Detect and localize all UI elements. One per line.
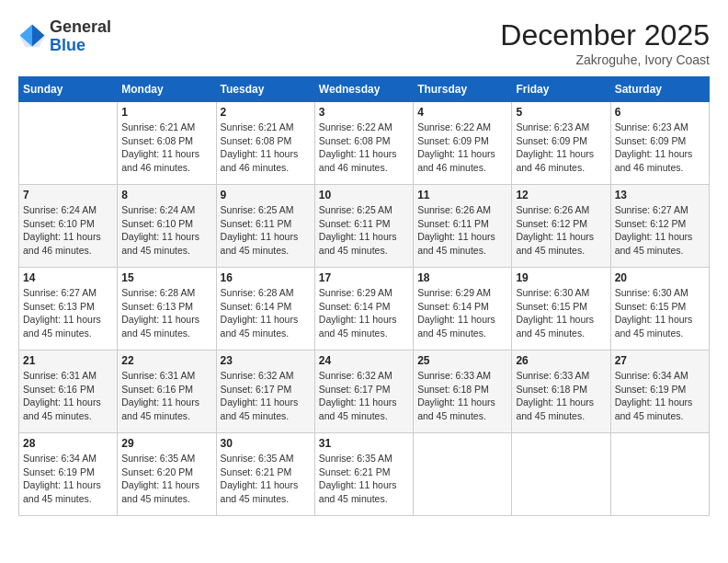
day-number: 1 [121,106,211,119]
day-info: Sunrise: 6:34 AMSunset: 6:19 PMDaylight:… [615,369,705,423]
day-number: 28 [23,437,113,450]
day-number: 11 [417,189,507,201]
calendar-cell: 10Sunrise: 6:25 AMSunset: 6:11 PMDayligh… [314,185,413,268]
day-number: 22 [121,354,211,367]
calendar-week-row: 14Sunrise: 6:27 AMSunset: 6:13 PMDayligh… [19,268,710,350]
day-number: 12 [516,189,606,201]
calendar-cell: 16Sunrise: 6:28 AMSunset: 6:14 PMDayligh… [216,268,314,350]
calendar-cell [512,433,610,516]
calendar-cell: 26Sunrise: 6:33 AMSunset: 6:18 PMDayligh… [512,350,610,433]
title-block: December 2025 Zakroguhe, Ivory Coast [500,18,710,67]
day-info: Sunrise: 6:21 AMSunset: 6:08 PMDaylight:… [221,121,311,175]
day-number: 21 [23,354,113,367]
calendar-cell: 30Sunrise: 6:35 AMSunset: 6:21 PMDayligh… [216,433,314,516]
day-info: Sunrise: 6:23 AMSunset: 6:09 PMDaylight:… [615,121,705,175]
page-header: General Blue December 2025 Zakroguhe, Iv… [18,18,710,67]
day-info: Sunrise: 6:28 AMSunset: 6:13 PMDaylight:… [121,286,211,340]
logo-text: General Blue [50,18,111,55]
header-monday: Monday [118,77,216,102]
calendar-cell: 1Sunrise: 6:21 AMSunset: 6:08 PMDaylight… [118,102,216,185]
logo-blue: Blue [50,37,111,55]
day-info: Sunrise: 6:32 AMSunset: 6:17 PMDaylight:… [221,369,311,423]
header-sunday: Sunday [19,77,118,102]
day-number: 20 [615,271,705,284]
header-friday: Friday [512,77,610,102]
calendar-cell [19,102,118,185]
day-number: 25 [417,354,507,367]
day-number: 16 [221,271,311,284]
day-info: Sunrise: 6:34 AMSunset: 6:19 PMDaylight:… [23,452,113,506]
location-subtitle: Zakroguhe, Ivory Coast [500,52,710,67]
day-number: 31 [319,437,409,450]
calendar-cell [414,433,512,516]
day-info: Sunrise: 6:35 AMSunset: 6:21 PMDaylight:… [221,452,311,506]
day-number: 23 [221,354,311,367]
calendar-cell: 7Sunrise: 6:24 AMSunset: 6:10 PMDaylight… [19,185,118,268]
calendar-week-row: 7Sunrise: 6:24 AMSunset: 6:10 PMDaylight… [19,185,710,268]
calendar-cell: 5Sunrise: 6:23 AMSunset: 6:09 PMDaylight… [512,102,610,185]
day-info: Sunrise: 6:22 AMSunset: 6:08 PMDaylight:… [319,121,409,175]
calendar-header-row: SundayMondayTuesdayWednesdayThursdayFrid… [19,77,710,102]
calendar-cell: 25Sunrise: 6:33 AMSunset: 6:18 PMDayligh… [414,350,512,433]
calendar-cell: 6Sunrise: 6:23 AMSunset: 6:09 PMDaylight… [610,102,709,185]
day-info: Sunrise: 6:27 AMSunset: 6:12 PMDaylight:… [615,203,705,258]
calendar-cell: 20Sunrise: 6:30 AMSunset: 6:15 PMDayligh… [610,268,709,350]
day-info: Sunrise: 6:24 AMSunset: 6:10 PMDaylight:… [121,203,211,258]
calendar-week-row: 21Sunrise: 6:31 AMSunset: 6:16 PMDayligh… [19,350,710,433]
header-tuesday: Tuesday [216,77,314,102]
day-number: 14 [23,271,113,284]
calendar-cell [610,433,709,516]
day-info: Sunrise: 6:26 AMSunset: 6:11 PMDaylight:… [417,203,507,258]
day-number: 27 [615,354,705,367]
calendar-table: SundayMondayTuesdayWednesdayThursdayFrid… [18,76,710,516]
calendar-cell: 19Sunrise: 6:30 AMSunset: 6:15 PMDayligh… [512,268,610,350]
day-info: Sunrise: 6:30 AMSunset: 6:15 PMDaylight:… [615,286,705,340]
day-number: 5 [516,106,606,119]
day-info: Sunrise: 6:25 AMSunset: 6:11 PMDaylight:… [221,203,311,258]
day-info: Sunrise: 6:22 AMSunset: 6:09 PMDaylight:… [417,121,507,175]
calendar-cell: 8Sunrise: 6:24 AMSunset: 6:10 PMDaylight… [118,185,216,268]
calendar-cell: 21Sunrise: 6:31 AMSunset: 6:16 PMDayligh… [19,350,118,433]
day-number: 30 [221,437,311,450]
day-info: Sunrise: 6:29 AMSunset: 6:14 PMDaylight:… [417,286,507,340]
day-number: 9 [221,189,311,201]
calendar-cell: 12Sunrise: 6:26 AMSunset: 6:12 PMDayligh… [512,185,610,268]
calendar-cell: 27Sunrise: 6:34 AMSunset: 6:19 PMDayligh… [610,350,709,433]
calendar-cell: 9Sunrise: 6:25 AMSunset: 6:11 PMDaylight… [216,185,314,268]
day-info: Sunrise: 6:31 AMSunset: 6:16 PMDaylight:… [121,369,211,423]
day-info: Sunrise: 6:24 AMSunset: 6:10 PMDaylight:… [23,203,113,258]
calendar-cell: 2Sunrise: 6:21 AMSunset: 6:08 PMDaylight… [216,102,314,185]
calendar-cell: 13Sunrise: 6:27 AMSunset: 6:12 PMDayligh… [610,185,709,268]
day-info: Sunrise: 6:35 AMSunset: 6:20 PMDaylight:… [121,452,211,506]
day-info: Sunrise: 6:31 AMSunset: 6:16 PMDaylight:… [23,369,113,423]
day-number: 29 [121,437,211,450]
logo-icon [18,23,46,51]
header-thursday: Thursday [414,77,512,102]
calendar-cell: 28Sunrise: 6:34 AMSunset: 6:19 PMDayligh… [19,433,118,516]
day-number: 24 [319,354,409,367]
logo-general: General [50,18,111,37]
day-number: 15 [121,271,211,284]
calendar-cell: 29Sunrise: 6:35 AMSunset: 6:20 PMDayligh… [118,433,216,516]
calendar-cell: 31Sunrise: 6:35 AMSunset: 6:21 PMDayligh… [314,433,413,516]
day-number: 10 [319,189,409,201]
day-number: 13 [615,189,705,201]
day-number: 6 [615,106,705,119]
day-info: Sunrise: 6:35 AMSunset: 6:21 PMDaylight:… [319,452,409,506]
day-info: Sunrise: 6:25 AMSunset: 6:11 PMDaylight:… [319,203,409,258]
day-number: 8 [121,189,211,201]
calendar-cell: 24Sunrise: 6:32 AMSunset: 6:17 PMDayligh… [314,350,413,433]
day-number: 3 [319,106,409,119]
calendar-week-row: 28Sunrise: 6:34 AMSunset: 6:19 PMDayligh… [19,433,710,516]
calendar-cell: 11Sunrise: 6:26 AMSunset: 6:11 PMDayligh… [414,185,512,268]
day-number: 26 [516,354,606,367]
month-title: December 2025 [500,18,710,52]
day-number: 17 [319,271,409,284]
calendar-cell: 17Sunrise: 6:29 AMSunset: 6:14 PMDayligh… [314,268,413,350]
day-number: 4 [417,106,507,119]
day-info: Sunrise: 6:27 AMSunset: 6:13 PMDaylight:… [23,286,113,340]
day-info: Sunrise: 6:30 AMSunset: 6:15 PMDaylight:… [516,286,606,340]
logo: General Blue [18,18,111,55]
calendar-cell: 14Sunrise: 6:27 AMSunset: 6:13 PMDayligh… [19,268,118,350]
day-info: Sunrise: 6:21 AMSunset: 6:08 PMDaylight:… [121,121,211,175]
